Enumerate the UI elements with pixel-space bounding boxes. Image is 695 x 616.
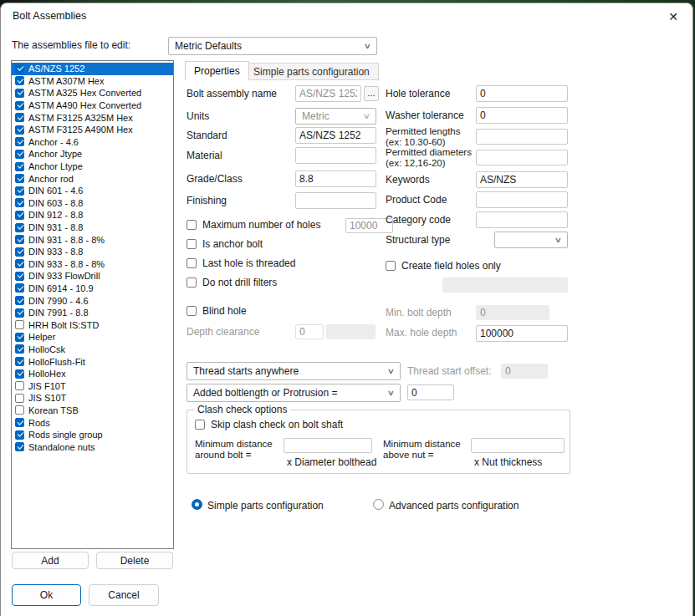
- list-item[interactable]: DIN 6914 - 10.9: [12, 283, 173, 295]
- list-item[interactable]: DIN 933 FlowDrill: [12, 270, 173, 283]
- list-item[interactable]: Rods single group: [12, 429, 173, 441]
- list-item[interactable]: ASTM A325 Hex Converted: [12, 87, 173, 99]
- list-item[interactable]: AS/NZS 1252: [12, 63, 173, 75]
- list-item-checkbox[interactable]: [15, 430, 24, 440]
- list-item[interactable]: JIS F10T: [12, 379, 173, 392]
- list-item-checkbox[interactable]: [15, 198, 24, 207]
- min-distance-above-nut-field[interactable]: [471, 438, 565, 453]
- list-item[interactable]: Korean TSB: [12, 405, 173, 417]
- blind-hole-checkbox[interactable]: [187, 306, 197, 316]
- list-item-checkbox[interactable]: [15, 101, 24, 110]
- list-item[interactable]: DIN 603 - 8.8: [12, 197, 173, 210]
- list-item-checkbox[interactable]: [15, 174, 24, 183]
- product-code-field[interactable]: [476, 191, 568, 208]
- list-item-checkbox[interactable]: [15, 308, 24, 318]
- list-item[interactable]: HolloHex: [12, 368, 173, 380]
- list-item-checkbox[interactable]: [15, 381, 24, 390]
- list-item[interactable]: Helper: [12, 331, 173, 344]
- list-item-checkbox[interactable]: [15, 442, 24, 451]
- permitted-diameters-field[interactable]: [476, 150, 568, 165]
- tab-properties[interactable]: Properties: [185, 61, 249, 80]
- list-item[interactable]: DIN 933 - 8.8: [12, 246, 173, 258]
- thread-starts-select[interactable]: Thread starts anywhere ∨: [187, 362, 401, 380]
- added-boltlength-amount-field[interactable]: [407, 384, 454, 400]
- list-item[interactable]: ASTM A490 Hex Converted: [12, 99, 173, 112]
- list-item-checkbox[interactable]: [15, 259, 24, 268]
- bolt-assembly-name-field[interactable]: [295, 85, 361, 102]
- simple-parts-radio[interactable]: [192, 499, 202, 510]
- list-item-checkbox[interactable]: [15, 283, 24, 293]
- do-not-drill-checkbox[interactable]: [187, 277, 197, 288]
- is-anchor-bolt-checkbox[interactable]: [187, 239, 197, 249]
- category-code-field[interactable]: [476, 211, 568, 228]
- list-item-checkbox[interactable]: [15, 296, 24, 305]
- washer-tolerance-field[interactable]: [476, 107, 568, 124]
- list-item-checkbox[interactable]: [15, 76, 24, 85]
- units-select[interactable]: Metric ∨: [295, 108, 376, 125]
- keywords-field[interactable]: [476, 171, 568, 188]
- list-item[interactable]: DIN 931 - 8.8 - 8%: [12, 233, 173, 246]
- list-item[interactable]: ASTM F3125 A490M Hex: [12, 124, 173, 136]
- max-hole-depth-field[interactable]: [476, 325, 568, 342]
- min-distance-around-bolt-field[interactable]: [284, 438, 372, 453]
- list-item[interactable]: HRH Bolt IS:STD: [12, 318, 173, 331]
- list-item-checkbox[interactable]: [15, 137, 24, 146]
- list-item-checkbox[interactable]: [15, 64, 24, 74]
- list-item-checkbox[interactable]: [15, 89, 24, 98]
- structural-type-select[interactable]: ∨: [494, 232, 568, 248]
- list-item[interactable]: Anchor rod: [12, 172, 173, 185]
- list-item[interactable]: Rods: [12, 416, 173, 429]
- list-item-checkbox[interactable]: [15, 223, 24, 232]
- list-item[interactable]: DIN 601 - 4.6: [12, 185, 173, 197]
- list-item[interactable]: ASTM A307M Hex: [12, 75, 173, 88]
- list-item[interactable]: ASTM F3125 A325M Hex: [12, 111, 173, 124]
- permitted-lengths-field[interactable]: [476, 129, 568, 145]
- list-item-checkbox[interactable]: [15, 357, 24, 366]
- list-item[interactable]: DIN 7990 - 4.6: [12, 294, 173, 307]
- last-hole-threaded-checkbox[interactable]: [187, 258, 197, 268]
- list-item-checkbox[interactable]: [15, 235, 24, 244]
- list-item[interactable]: DIN 933 - 8.8 - 8%: [12, 258, 173, 271]
- list-item-checkbox[interactable]: [15, 333, 24, 342]
- list-item-checkbox[interactable]: [15, 320, 24, 329]
- max-holes-checkbox[interactable]: [187, 220, 197, 230]
- list-item[interactable]: HolloCsk: [12, 344, 173, 356]
- list-item-checkbox[interactable]: [15, 418, 24, 427]
- list-item[interactable]: Standalone nuts: [12, 440, 173, 453]
- close-icon[interactable]: ✕: [664, 8, 682, 26]
- added-boltlength-select[interactable]: Added boltlength or Protrusion = ∨: [187, 384, 401, 402]
- list-item[interactable]: Anchor Ltype: [12, 160, 173, 173]
- list-item[interactable]: DIN 931 - 8.8: [12, 221, 173, 234]
- list-item-checkbox[interactable]: [15, 211, 24, 220]
- list-item-checkbox[interactable]: [15, 344, 24, 354]
- list-item-checkbox[interactable]: [15, 186, 24, 196]
- advanced-parts-radio[interactable]: [373, 499, 384, 510]
- list-item[interactable]: Anchor Jtype: [12, 148, 173, 160]
- list-item-checkbox[interactable]: [15, 394, 24, 403]
- list-item[interactable]: JIS S10T: [12, 392, 173, 405]
- list-item[interactable]: HolloFlush-Fit: [12, 355, 173, 368]
- list-item-checkbox[interactable]: [15, 369, 24, 379]
- list-item-checkbox[interactable]: [15, 162, 24, 171]
- delete-button[interactable]: Delete: [96, 552, 173, 569]
- cancel-button[interactable]: Cancel: [89, 584, 159, 606]
- assemblies-file-select[interactable]: Metric Defaults ∨: [168, 37, 377, 55]
- hole-tolerance-field[interactable]: [476, 85, 568, 102]
- standard-field[interactable]: [295, 127, 376, 144]
- skip-clash-check-checkbox[interactable]: [195, 420, 205, 430]
- list-item-checkbox[interactable]: [15, 247, 24, 257]
- create-field-holes-checkbox[interactable]: [386, 261, 396, 271]
- list-item-checkbox[interactable]: [15, 125, 24, 135]
- list-item-checkbox[interactable]: [15, 405, 24, 415]
- grade-class-field[interactable]: [295, 171, 376, 187]
- tab-simple-parts-configuration[interactable]: Simple parts configuration: [244, 63, 379, 80]
- add-button[interactable]: Add: [12, 552, 89, 569]
- list-item-checkbox[interactable]: [15, 272, 24, 281]
- browse-button[interactable]: ...: [364, 86, 379, 101]
- assemblies-listbox[interactable]: AS/NZS 1252ASTM A307M HexASTM A325 Hex C…: [11, 60, 174, 549]
- list-item-checkbox[interactable]: [15, 150, 24, 159]
- list-item-checkbox[interactable]: [15, 113, 24, 122]
- material-field[interactable]: [295, 147, 376, 164]
- list-item[interactable]: DIN 912 - 8.8: [12, 209, 173, 221]
- ok-button[interactable]: Ok: [12, 584, 81, 606]
